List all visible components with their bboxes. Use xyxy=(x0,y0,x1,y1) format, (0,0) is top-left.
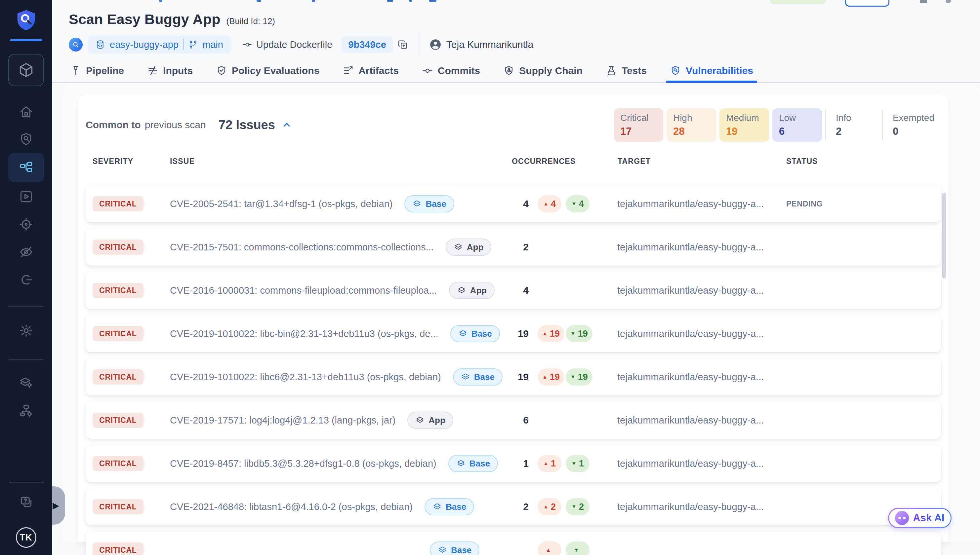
home-icon xyxy=(21,107,31,117)
chip-value: 0 xyxy=(893,125,934,138)
target-name: tejakummarikuntla/easy-buggy-a... xyxy=(617,372,779,383)
scope-pill[interactable]: Base xyxy=(425,498,474,515)
sidebar-item-help[interactable] xyxy=(19,495,34,509)
scan-meta-row: easy-buggy-app main Update Dockerfile 9b… xyxy=(69,35,980,54)
scope-pill[interactable]: Base xyxy=(448,455,498,472)
up-triangle-icon: ▲ xyxy=(543,201,549,207)
commit-sha-pill[interactable]: 9b349ce xyxy=(341,36,393,53)
tab-pipeline[interactable]: Pipeline xyxy=(69,59,125,82)
scope-pill[interactable]: Base xyxy=(430,541,480,555)
outlined-button-cutoff[interactable] xyxy=(845,0,890,6)
scope-pill[interactable]: Base xyxy=(450,325,500,342)
severity-chip-medium[interactable]: Medium 19 xyxy=(719,108,769,142)
breadcrumb-fragment xyxy=(409,0,412,2)
doc-icon-cutoff[interactable] xyxy=(920,0,927,3)
occurrences-removed-chip: ▼ xyxy=(566,541,589,555)
table-row[interactable]: CRITICAL CVE-2019-17571: log4j:log4j@1.2… xyxy=(85,402,941,439)
issue-cell: CVE-2019-1010022: libc6@2.31-13+deb11u3 … xyxy=(170,368,502,385)
up-triangle-icon: ▲ xyxy=(543,504,549,510)
severity-chip-low[interactable]: Low 6 xyxy=(772,108,822,142)
chip-divider xyxy=(882,110,883,140)
severity-chip-info[interactable]: Info 2 xyxy=(829,108,879,142)
tab-label: Tests xyxy=(621,65,647,76)
occurrences-count: 19 xyxy=(496,371,529,383)
ask-ai-label: Ask AI xyxy=(913,512,944,524)
sidebar-divider xyxy=(9,359,43,360)
occurrences-added-chip: ▲2 xyxy=(537,498,562,515)
tab-artifacts[interactable]: Artifacts xyxy=(341,59,400,82)
target-name: tejakummarikuntla/easy-buggy-a... xyxy=(617,328,779,339)
scrollbar-thumb[interactable] xyxy=(942,192,946,279)
help-chat-icon xyxy=(21,497,31,507)
sidebar-item-products[interactable] xyxy=(8,54,44,86)
chip-label: Critical xyxy=(620,113,660,123)
scope-pill[interactable]: App xyxy=(407,412,453,429)
up-triangle-icon: ▲ xyxy=(542,331,547,337)
pipeline-icon xyxy=(70,65,81,76)
tab-supply-chain[interactable]: Supply Chain xyxy=(502,59,584,82)
play-icon xyxy=(21,191,31,202)
layers-icon xyxy=(455,244,461,249)
collapse-issues-button[interactable] xyxy=(281,119,292,130)
sidebar-item-settings[interactable] xyxy=(19,323,34,338)
issue-cell: CVE-2019-8457: libdb5.3@5.3.28+dfsg1-0.8… xyxy=(170,455,498,472)
tab-inputs[interactable]: Inputs xyxy=(146,59,194,82)
chip-value: 19 xyxy=(726,125,766,138)
sidebar: TK xyxy=(0,0,52,555)
scope-pill[interactable]: Base xyxy=(453,368,502,385)
ask-ai-button[interactable]: Ask AI xyxy=(888,508,951,528)
sidebar-item-targets[interactable] xyxy=(19,217,34,232)
sidebar-item-scans[interactable] xyxy=(19,132,34,146)
eye-off-icon xyxy=(21,247,31,257)
sidebar-item-pipelines[interactable] xyxy=(8,153,44,182)
scope-pill[interactable]: App xyxy=(446,239,492,256)
sidebar-item-components[interactable] xyxy=(19,403,34,418)
meta-divider xyxy=(418,34,419,56)
layers-icon xyxy=(458,460,464,466)
table-row[interactable]: CRITICAL Base ▲ ▼ xyxy=(85,531,941,555)
filter-row: Common to previous scan 72 Issues Critic… xyxy=(78,94,948,140)
occurrences-count: 4 xyxy=(496,198,529,209)
sidebar-expand-handle[interactable]: ▶ xyxy=(52,486,65,525)
scope-pill[interactable]: Base xyxy=(404,195,454,212)
tab-commits[interactable]: Commits xyxy=(420,59,481,82)
content-container: Common to previous scan 72 Issues Critic… xyxy=(63,85,980,542)
sidebar-item-home[interactable] xyxy=(19,105,34,119)
app-logo-shield-icon[interactable] xyxy=(14,9,39,33)
table-row[interactable]: CRITICAL CVE-2005-2541: tar@1.34+dfsg-1 … xyxy=(85,185,941,222)
down-triangle-icon: ▼ xyxy=(571,201,577,207)
copy-sha-button[interactable] xyxy=(397,39,408,50)
tab-tests[interactable]: Tests xyxy=(604,59,648,82)
policy-icon xyxy=(216,65,227,76)
table-row[interactable]: CRITICAL CVE-2019-8457: libdb5.3@5.3.28+… xyxy=(85,445,941,482)
sidebar-item-hidden-findings[interactable] xyxy=(19,245,34,259)
severity-summary: Critical 17 High 28 Medium 19 Low 6 xyxy=(614,108,938,142)
sidebar-item-sessions[interactable] xyxy=(19,273,34,287)
git-branch-icon xyxy=(190,41,196,48)
severity-chip-exempted[interactable]: Exempted 0 xyxy=(886,108,938,142)
chip-value: 17 xyxy=(620,125,660,138)
repo-branch-pill[interactable]: easy-buggy-app main xyxy=(88,36,230,53)
tab-vulnerabilities[interactable]: Vulnerabilities xyxy=(669,59,755,82)
sidebar-item-runs[interactable] xyxy=(19,189,34,204)
table-row[interactable]: CRITICAL CVE-2021-46848: libtasn1-6@4.16… xyxy=(85,488,941,525)
table-row[interactable]: CRITICAL CVE-2019-1010022: libc6@2.31-13… xyxy=(85,358,941,395)
layers-icon xyxy=(414,201,420,206)
table-header: SEVERITYISSUEOCCURRENCESTARGETSTATUS xyxy=(78,157,948,167)
severity-chip-critical[interactable]: Critical 17 xyxy=(614,108,663,142)
target-icon xyxy=(20,219,32,230)
logo-underline xyxy=(10,39,42,41)
table-row[interactable]: CRITICAL CVE-2019-1010022: libc-bin@2.31… xyxy=(85,315,941,352)
power-icon xyxy=(22,276,31,284)
scope-pill[interactable]: App xyxy=(449,282,495,299)
issue-cell: CVE-2005-2541: tar@1.34+dfsg-1 (os-pkgs,… xyxy=(170,195,454,212)
severity-chip-high[interactable]: High 28 xyxy=(666,108,716,142)
page-title: Scan Easy Buggy App xyxy=(69,11,220,27)
user-avatar[interactable]: TK xyxy=(16,527,36,548)
sidebar-item-integrations[interactable] xyxy=(19,375,34,390)
breadcrumb-fragment xyxy=(429,0,436,2)
tab-policy-evaluations[interactable]: Policy Evaluations xyxy=(215,59,321,82)
status-pill-cutoff[interactable] xyxy=(770,0,826,4)
table-row[interactable]: CRITICAL CVE-2016-1000031: commons-fileu… xyxy=(85,272,941,309)
table-row[interactable]: CRITICAL CVE-2015-7501: commons-collecti… xyxy=(85,229,941,266)
